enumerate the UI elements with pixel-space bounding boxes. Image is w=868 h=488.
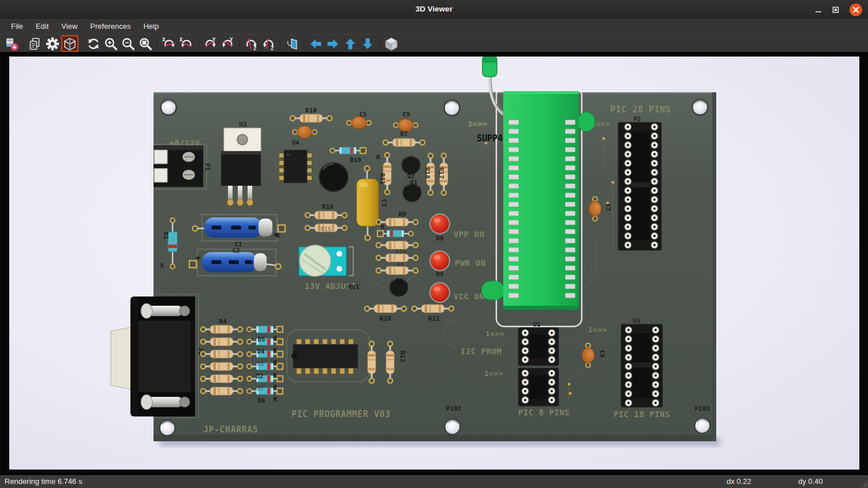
svg-text:D8: D8 [436, 235, 443, 242]
svg-text:D6: D6 [257, 397, 265, 404]
svg-text:R7: R7 [400, 130, 407, 138]
svg-text:X: X [162, 37, 166, 43]
svg-text:U4: U4 [291, 139, 300, 147]
svg-text:R13: R13 [399, 351, 406, 362]
svg-text:I2C PROM: I2C PROM [461, 347, 502, 356]
rotate-y-ccw-icon[interactable]: Y [219, 35, 236, 52]
svg-text:C6: C6 [598, 350, 606, 358]
pcb-3d-canvas[interactable]: +8/12V PIC 28 PINS 1=>> 1=>> 1=>> 1=>> 1… [9, 57, 859, 470]
status-dx: dx 0.22 [727, 477, 751, 486]
svg-text:D10: D10 [350, 156, 361, 164]
settings-gear-icon[interactable] [44, 35, 61, 52]
titlebar[interactable]: 3D Viewer [0, 0, 868, 20]
window-title: 3D Viewer [0, 5, 868, 13]
flip-board-icon[interactable] [283, 35, 301, 52]
ic-u4 [279, 150, 312, 183]
rotate-z-ccw-icon[interactable]: Z [260, 35, 277, 52]
menu-file[interactable]: File [5, 19, 29, 34]
ortho-view-icon[interactable] [383, 35, 400, 52]
svg-text:P2: P2 [633, 115, 641, 123]
svg-text:P1: P1 [204, 163, 211, 171]
toolbar: X X Y Y Z Z [0, 34, 868, 52]
capacitor-black [319, 163, 348, 192]
svg-text:Q3: Q3 [395, 277, 403, 285]
trimmer-rv1 [299, 245, 353, 276]
pan-right-icon[interactable] [324, 35, 342, 52]
menu-preferences[interactable]: Preferences [84, 19, 137, 34]
svg-text:K: K [381, 223, 385, 231]
svg-text:PIC 28 PINS: PIC 28 PINS [611, 104, 671, 115]
svg-text:D9: D9 [436, 271, 443, 278]
pan-down-icon[interactable] [359, 35, 376, 52]
svg-text:R16: R16 [322, 203, 334, 211]
pan-up-icon[interactable] [342, 35, 359, 52]
toolbar-separator [379, 37, 380, 51]
zoom-fit-icon[interactable] [137, 35, 154, 52]
svg-text:K: K [274, 335, 278, 342]
svg-text:P103: P103 [695, 405, 710, 412]
menu-view[interactable]: View [55, 19, 84, 34]
pcb-board: +8/12V PIC 28 PINS 1=>> 1=>> 1=>> 1=>> 1… [111, 57, 716, 441]
svg-text:U1: U1 [533, 321, 541, 328]
svg-text:R9: R9 [398, 211, 406, 218]
zoom-in-icon[interactable] [102, 35, 119, 52]
close-button[interactable] [849, 3, 863, 17]
svg-text:K: K [274, 396, 278, 403]
dip8-socket-u1 [518, 328, 559, 366]
svg-text:VPP ON: VPP ON [454, 230, 485, 239]
svg-text:Y: Y [230, 37, 233, 43]
svg-text:Q1: Q1 [410, 179, 418, 186]
copy-image-icon[interactable] [27, 35, 44, 52]
led-vcc [430, 283, 450, 302]
svg-text:K: K [274, 371, 278, 379]
statusbar: Rendering time 6.746 s dx 0.22 dy 0.40 [0, 475, 868, 488]
svg-text:C2: C2 [232, 247, 240, 254]
svg-text:R21: R21 [428, 315, 440, 322]
export-image-icon[interactable] [3, 35, 20, 52]
svg-text:K: K [274, 359, 278, 366]
rotate-y-cw-icon[interactable]: Y [201, 35, 219, 52]
toolbar-separator [157, 37, 158, 51]
svg-text:+: + [196, 253, 200, 262]
svg-text:D5: D5 [257, 336, 265, 343]
svg-text:PIC PROGRAMMER V03: PIC PROGRAMMER V03 [291, 409, 391, 419]
svg-text:R14: R14 [395, 249, 406, 255]
svg-text:C9: C9 [402, 111, 410, 118]
rotate-x-ccw-icon[interactable]: X [178, 35, 195, 52]
svg-text:R15: R15 [321, 226, 331, 232]
svg-text:U2: U2 [291, 350, 298, 358]
resize-grip-icon[interactable] [858, 478, 867, 487]
led-d9 [430, 251, 450, 271]
zoom-out-icon[interactable] [119, 35, 137, 52]
svg-text:D1: D1 [162, 232, 170, 240]
svg-text:K: K [274, 347, 278, 354]
dip8-socket-lower [518, 368, 559, 406]
led-d8 [430, 214, 450, 234]
svg-text:R18: R18 [424, 167, 431, 179]
reload-icon[interactable] [85, 35, 102, 52]
svg-text:K: K [376, 153, 380, 161]
rendering-time: Rendering time 6.746 s [5, 477, 82, 486]
svg-text:X: X [179, 37, 183, 43]
transistor-q2 [402, 156, 420, 174]
svg-text:JP-CHARRAS: JP-CHARRAS [203, 425, 258, 435]
svg-text:R20: R20 [380, 315, 391, 322]
maximize-button[interactable] [832, 6, 840, 14]
menu-edit[interactable]: Edit [29, 19, 55, 34]
minimize-button[interactable] [814, 6, 822, 14]
svg-text:D2: D2 [256, 373, 263, 380]
svg-text:+: + [274, 230, 278, 239]
svg-text:VCC ON: VCC ON [454, 292, 485, 301]
rotate-z-cw-icon[interactable]: Z [242, 35, 260, 52]
render-current-view-icon[interactable] [61, 35, 78, 52]
svg-text:R6: R6 [397, 261, 404, 268]
svg-text:R4: R4 [219, 318, 227, 325]
svg-text:C7: C7 [604, 204, 612, 211]
svg-text:D7: D7 [257, 385, 264, 392]
svg-text:R17: R17 [437, 167, 445, 179]
rotate-x-cw-icon[interactable]: X [160, 35, 178, 52]
pan-left-icon[interactable] [307, 35, 324, 52]
svg-text:K: K [160, 262, 164, 269]
menu-help[interactable]: Help [137, 19, 165, 34]
toolbar-separator [280, 37, 280, 51]
